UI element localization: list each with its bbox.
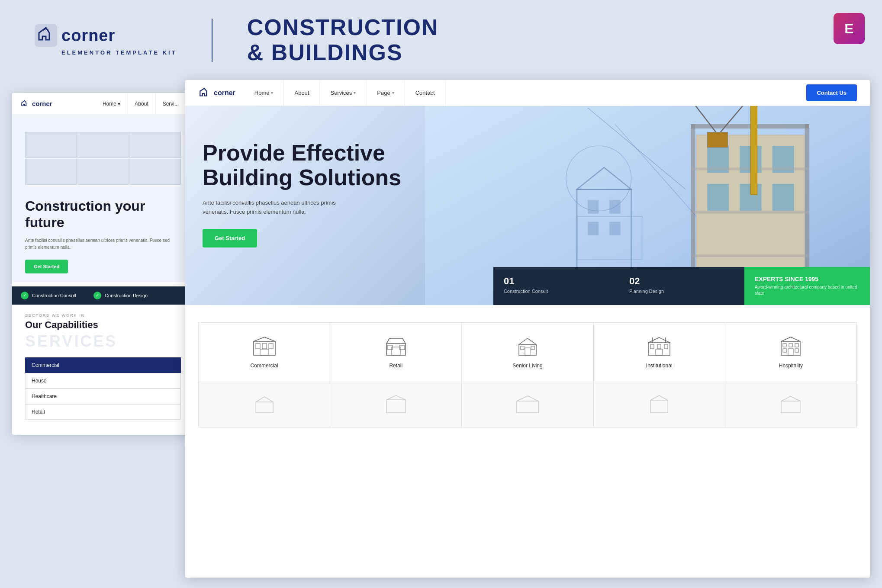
svg-rect-28 [588, 222, 599, 235]
svg-line-67 [256, 397, 264, 402]
sector-retail-label: Retail [389, 363, 402, 369]
cap-item-healthcare[interactable]: Healthcare [25, 389, 181, 404]
grid-cell-4 [25, 159, 77, 185]
sector-institutional-label: Institutional [646, 363, 673, 369]
header-title-text: CONSTRUCTION & BUILDINGS [247, 15, 439, 64]
left-mock-capabilities: SECTORS WE WORK IN Our Capabilities SERV… [12, 305, 194, 428]
right-mock-website: corner Home ▾ About Services ▾ Page ▾ [185, 80, 870, 578]
bottom-bar-item-2: ✓ Construction Design [93, 292, 148, 299]
svg-line-70 [386, 395, 396, 400]
sector-senior-living[interactable]: Senior Living [462, 323, 593, 381]
stat-experts-label: EXPERTS SINCE 1995 [755, 276, 859, 283]
svg-line-36 [254, 337, 264, 341]
svg-rect-11 [691, 124, 809, 129]
grid-cell-3 [129, 132, 181, 158]
svg-rect-29 [609, 222, 620, 235]
sector-empty-icon-4 [646, 393, 672, 415]
svg-rect-34 [269, 344, 273, 349]
right-nav-items: Home ▾ About Services ▾ Page ▾ Contact [244, 80, 807, 106]
sectors-grid-row2 [198, 381, 857, 427]
logo-row: corner [35, 24, 115, 47]
svg-line-44 [528, 338, 536, 344]
left-mock-hero-title: Construction your future [25, 198, 181, 231]
right-nav-services[interactable]: Services ▾ [320, 80, 367, 106]
left-nav-home[interactable]: Home ▾ [96, 93, 128, 115]
right-hero: Provide Effective Building Solutions Ant… [185, 106, 870, 305]
senior-living-icon [515, 335, 541, 357]
svg-line-73 [517, 396, 528, 401]
svg-line-80 [791, 396, 800, 401]
svg-line-68 [264, 397, 273, 402]
sector-hospitality-label: Hospitality [779, 363, 803, 369]
svg-rect-8 [772, 184, 794, 211]
elementor-badge: E [834, 13, 865, 44]
capabilities-title: Our Capabilities [25, 319, 181, 331]
sector-institutional[interactable]: Institutional [594, 323, 725, 381]
cap-item-commercial[interactable]: Commercial [25, 357, 181, 373]
svg-rect-12 [691, 167, 809, 170]
sector-hospitality[interactable]: Hospitality [725, 323, 856, 381]
stat-item-1: 01 Construction Consult [493, 267, 619, 305]
check-icon-2: ✓ [93, 292, 101, 299]
header: corner ELEMENTOR TEMPLATE KIT CONSTRUCTI… [0, 0, 882, 80]
logo-text: corner [61, 26, 115, 45]
svg-rect-14 [691, 254, 809, 257]
right-nav-home[interactable]: Home ▾ [244, 80, 284, 106]
left-mock-hero: Construction your future Ante facilisi c… [12, 115, 194, 282]
chevron-down-icon-3: ▾ [392, 90, 394, 95]
hero-title: Provide Effective Building Solutions [203, 141, 401, 190]
logo-section: corner ELEMENTOR TEMPLATE KIT [35, 24, 177, 56]
content-area: corner Home ▾ About Servi... Constructio… [0, 80, 882, 588]
header-divider [212, 19, 212, 62]
capabilities-label: SECTORS WE WORK IN [25, 313, 181, 318]
right-nav: corner Home ▾ About Services ▾ Page ▾ [185, 80, 870, 106]
stats-bar: 01 Construction Consult 02 Planning Desi… [493, 267, 870, 305]
sector-senior-living-label: Senior Living [512, 363, 542, 369]
svg-rect-78 [781, 401, 800, 413]
sector-empty-5 [725, 381, 856, 427]
sector-empty-1 [199, 381, 330, 427]
bottom-bar-item-1: ✓ Construction Consult [21, 292, 76, 299]
cap-item-house[interactable]: House [25, 373, 181, 389]
svg-rect-47 [531, 346, 534, 350]
right-nav-cta-button[interactable]: Contact Us [806, 84, 857, 101]
svg-rect-39 [392, 347, 400, 355]
svg-rect-72 [517, 401, 538, 413]
svg-line-49 [648, 337, 659, 343]
svg-rect-63 [783, 349, 786, 352]
stat-label-1: Construction Consult [504, 289, 608, 294]
svg-rect-52 [657, 344, 661, 349]
hospitality-icon [778, 335, 804, 357]
sector-commercial[interactable]: Commercial [199, 323, 330, 381]
check-icon-1: ✓ [21, 292, 29, 299]
sector-empty-4 [594, 381, 725, 427]
capabilities-bg-text: SERVICES [25, 332, 181, 350]
right-nav-about[interactable]: About [284, 80, 320, 106]
sector-retail[interactable]: Retail [330, 323, 461, 381]
svg-line-74 [528, 396, 538, 401]
capabilities-list: Commercial House Healthcare Retail [25, 357, 181, 420]
stat-label-2: Planning Design [629, 289, 734, 294]
left-mock-bottom-bar: ✓ Construction Consult ✓ Construction De… [12, 286, 194, 305]
svg-rect-62 [795, 344, 798, 347]
right-nav-page[interactable]: Page ▾ [367, 80, 405, 106]
sector-empty-icon-1 [251, 393, 277, 415]
svg-rect-61 [789, 344, 792, 347]
left-mock-hero-grid [25, 132, 181, 185]
left-mock-cta-button[interactable]: Get Started [25, 260, 68, 273]
cap-item-retail[interactable]: Retail [25, 404, 181, 420]
svg-line-59 [791, 337, 800, 341]
svg-rect-6 [707, 184, 729, 211]
sector-empty-2 [330, 381, 461, 427]
grid-cell-1 [25, 132, 77, 158]
left-nav-about[interactable]: About [128, 93, 155, 115]
svg-rect-64 [795, 349, 798, 352]
right-nav-contact[interactable]: Contact [405, 80, 446, 106]
hero-cta-button[interactable]: Get Started [203, 229, 257, 247]
sector-commercial-label: Commercial [251, 363, 278, 369]
left-nav-services[interactable]: Servi... [156, 93, 186, 115]
svg-rect-15 [750, 106, 757, 195]
sector-empty-icon-3 [515, 393, 541, 415]
svg-rect-65 [788, 349, 793, 355]
sector-empty-icon-2 [383, 393, 409, 415]
